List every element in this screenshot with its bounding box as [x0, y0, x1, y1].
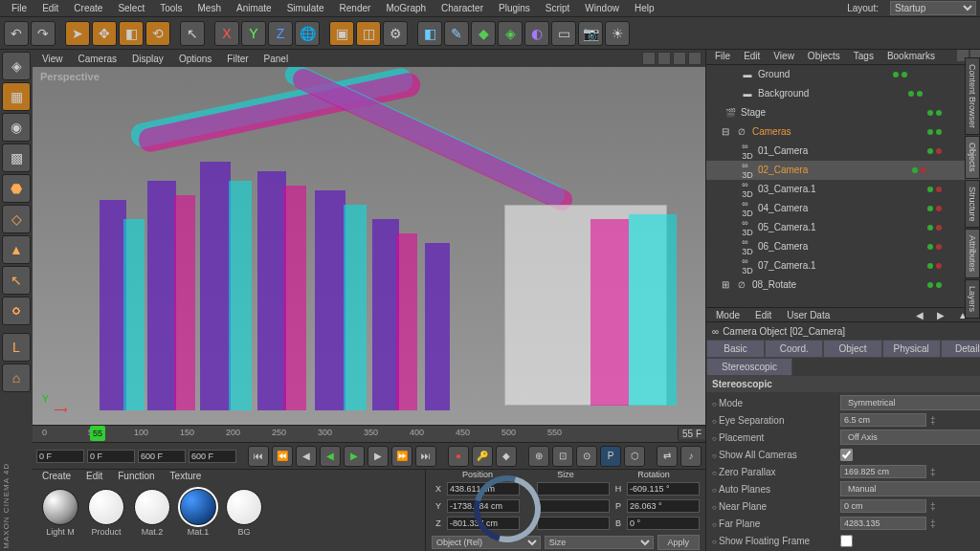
mat-menu-texture[interactable]: Texture [165, 470, 208, 485]
om-menu-objects[interactable]: Objects [803, 50, 845, 64]
visibility-dot[interactable] [936, 129, 942, 135]
timeline-ruler[interactable]: 05010015020025030035040045050055055 55 F [33, 425, 705, 442]
object-tree[interactable]: ▬Ground▬Background🎬Stage⊟∅Cameras∞3D01_C… [706, 65, 980, 308]
material-swatch[interactable] [88, 489, 124, 525]
goto-start-button[interactable]: ⏮ [248, 446, 269, 467]
attr-tab-object[interactable]: Object [823, 340, 881, 358]
polygon-mode[interactable]: ▲ [2, 235, 31, 264]
expander-icon[interactable]: ⊞ [722, 279, 733, 290]
pla-key-toggle[interactable]: ⬡ [624, 446, 645, 467]
z-axis-toggle[interactable]: Z [268, 21, 293, 46]
object-name[interactable]: 08_Rotate [750, 279, 927, 290]
attr-input-zero-parallax[interactable] [840, 465, 926, 478]
snap-settings[interactable]: L [2, 333, 31, 362]
visibility-dot[interactable] [927, 148, 933, 154]
menu-tools[interactable]: Tools [152, 1, 189, 15]
goto-prev-key-button[interactable]: ⏪ [272, 446, 293, 467]
attr-nav-fwd[interactable]: ▶ [931, 309, 950, 321]
generator-tool[interactable]: ◆ [471, 21, 496, 46]
panel-tab-content-browser[interactable]: Content Browser [965, 57, 980, 135]
object-name[interactable]: 02_Camera [756, 165, 912, 175]
range-start-field[interactable] [87, 450, 135, 463]
object-name[interactable]: Ground [756, 69, 893, 79]
om-menu-tags[interactable]: Tags [849, 50, 879, 64]
edge-mode[interactable]: ◇ [2, 205, 31, 233]
menu-mograph[interactable]: MoGraph [378, 1, 434, 15]
rot-H[interactable] [627, 482, 700, 496]
mat-menu-edit[interactable]: Edit [80, 470, 108, 485]
environment-tool[interactable]: ▭ [551, 21, 576, 46]
spinner-icon[interactable]: ‡ [930, 415, 936, 426]
pos-Z[interactable] [447, 517, 520, 530]
timeline-playhead[interactable]: 55 [90, 426, 105, 441]
object-name[interactable]: 04_Camera [756, 203, 927, 213]
autokey-button[interactable]: 🔑 [472, 446, 493, 467]
next-frame-button[interactable]: ▶ [368, 446, 389, 467]
spinner-icon[interactable]: ‡ [930, 501, 936, 512]
material-bg[interactable]: BG [224, 489, 264, 537]
attr-tab-basic[interactable]: Basic [706, 340, 765, 358]
prev-frame-button[interactable]: ◀ [296, 446, 317, 467]
attr-menu-edit[interactable]: Edit [749, 309, 777, 321]
range-end-left-field[interactable] [138, 450, 186, 463]
tree-item-07_camera-1[interactable]: ∞3D07_Camera.1 [706, 256, 980, 276]
attr-select-placement[interactable]: Off Axis [840, 430, 980, 445]
visibility-dot[interactable] [936, 225, 942, 231]
attr-input-far-plane[interactable] [840, 517, 926, 530]
workplane-snap[interactable]: ⌂ [2, 364, 31, 392]
sound-button[interactable]: ♪ [680, 446, 702, 467]
redo-button[interactable]: ↷ [31, 21, 56, 46]
panel-tab-structure[interactable]: Structure [965, 180, 980, 229]
menu-render[interactable]: Render [332, 1, 379, 15]
tree-item-04_camera[interactable]: ∞3D04_Camera [706, 199, 980, 218]
vp-rotate-icon[interactable] [673, 52, 686, 65]
perspective-viewport[interactable]: Perspective Y⟶ [33, 67, 705, 425]
material-swatch[interactable] [42, 489, 78, 525]
object-name[interactable]: 03_Camera.1 [756, 184, 927, 194]
camera-tool[interactable]: 📷 [578, 21, 603, 46]
point-mode[interactable]: ⬣ [2, 174, 31, 203]
material-swatch[interactable] [134, 489, 170, 525]
tree-item-01_camera[interactable]: ∞3D01_Camera [706, 142, 980, 161]
mat-menu-function[interactable]: Function [112, 470, 160, 485]
scale-tool[interactable]: ◧ [119, 21, 144, 46]
menu-window[interactable]: Window [577, 1, 627, 15]
menu-plugins[interactable]: Plugins [491, 1, 538, 15]
light-tool[interactable]: ☀ [605, 21, 630, 46]
material-swatch[interactable] [180, 489, 216, 525]
material-light-m[interactable]: Light M [40, 489, 80, 537]
y-axis-toggle[interactable]: Y [241, 21, 266, 46]
visibility-dot[interactable] [936, 110, 942, 116]
coord-size-mode[interactable]: Size [545, 536, 654, 549]
menu-script[interactable]: Script [538, 1, 578, 15]
panel-tab-attributes[interactable]: Attributes [965, 229, 980, 278]
tree-item-02_camera[interactable]: ∞3D02_Camera [706, 161, 980, 180]
attr-select-mode[interactable]: Symmetrical [840, 395, 980, 410]
mat-menu-create[interactable]: Create [36, 470, 77, 485]
vp-zoom-icon[interactable] [657, 52, 671, 65]
coord-object-mode[interactable]: Object (Rel) [432, 536, 541, 549]
object-name[interactable]: 06_Camera [756, 241, 927, 252]
tree-item-06_camera[interactable]: ∞3D06_Camera [706, 237, 980, 256]
goto-next-key-button[interactable]: ⏩ [391, 446, 412, 467]
pos-key-toggle[interactable]: ⊕ [528, 446, 549, 467]
param-key-toggle[interactable]: P [600, 446, 621, 467]
attr-input-eye-separation[interactable] [840, 413, 926, 427]
object-name[interactable]: 07_Camera.1 [756, 260, 927, 271]
play-forward-button[interactable]: ▶ [344, 446, 365, 467]
layout-dropdown[interactable]: Startup [890, 1, 976, 15]
visibility-dot[interactable] [936, 282, 942, 288]
material-product[interactable]: Product [86, 489, 126, 537]
goto-end-button[interactable]: ⏭ [415, 446, 436, 467]
rot-B[interactable] [627, 517, 700, 530]
expander-icon[interactable]: ⊟ [722, 126, 733, 137]
visibility-dot[interactable] [921, 167, 926, 173]
make-editable[interactable]: ◈ [2, 52, 31, 80]
snap-toggle[interactable]: ⭘ [2, 297, 31, 325]
attr-tab-details[interactable]: Details [941, 340, 980, 358]
range-end-right-field[interactable] [189, 450, 236, 463]
play-mode-button[interactable]: ⇄ [657, 446, 678, 467]
material-swatch[interactable] [226, 489, 262, 525]
material-mat-2[interactable]: Mat.2 [132, 489, 172, 537]
panel-tab-layers[interactable]: Layers [965, 279, 980, 319]
